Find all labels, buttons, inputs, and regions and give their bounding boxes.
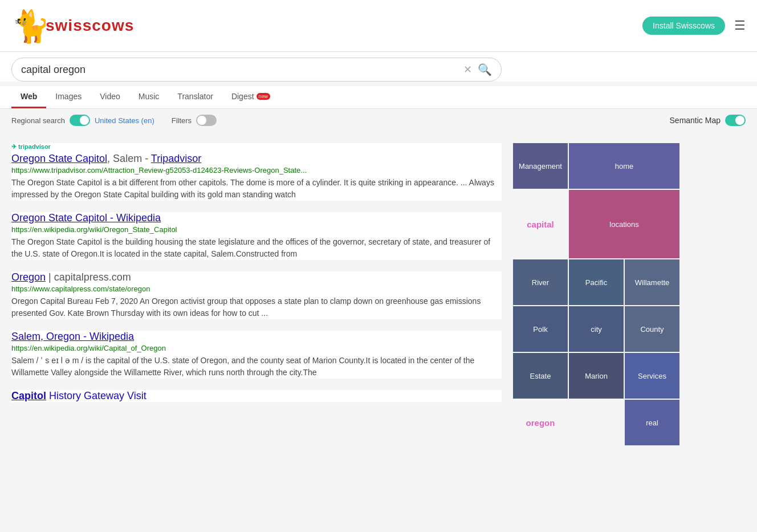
tab-translator-label: Translator (177, 92, 213, 101)
map-cell-city[interactable]: city (569, 306, 624, 352)
main-layout: ✈ tripadvisor Oregon State Capitol, Sale… (0, 132, 757, 457)
result-link[interactable]: Capitol (11, 390, 46, 401)
map-cell-label: city (591, 325, 602, 334)
map-cell-label: River (532, 278, 549, 287)
tab-web-label: Web (21, 92, 37, 101)
header: 🐈 swisscows Install Swisscows ☰ (0, 0, 757, 52)
result-url: https://www.capitalpress.com/state/orego… (11, 285, 502, 293)
filters-group: Filters (172, 115, 217, 126)
map-cell-empty (569, 400, 624, 445)
result-title: Oregon State Capitol, Salem - Tripadviso… (11, 153, 502, 165)
nav-tabs: Web Images Video Music Translator Digest… (0, 86, 757, 109)
result-source: ✈ tripadvisor (11, 143, 502, 151)
map-cell-river[interactable]: River (513, 259, 568, 305)
map-cell-county[interactable]: County (625, 306, 679, 352)
tab-digest[interactable]: Digest new (222, 86, 279, 108)
map-cell-real[interactable]: real (625, 400, 679, 445)
tab-video-label: Video (100, 92, 120, 101)
semantic-column: Management home capital locations River … (513, 143, 684, 445)
map-cell-label: capital (527, 220, 554, 229)
map-cell-estate[interactable]: Estate (513, 353, 568, 399)
result-title: Oregon State Capitol - Wikipedia (11, 212, 502, 224)
result-item: ✈ tripadvisor Oregon State Capitol, Sale… (11, 143, 502, 201)
clear-icon[interactable]: ✕ (463, 63, 472, 76)
regional-search-group: Regional search United States (en) (11, 115, 154, 126)
regional-search-label: Regional search (11, 116, 65, 125)
tripadvisor-logo: ✈ tripadvisor (11, 143, 51, 151)
result-link[interactable]: Oregon State Capitol (11, 153, 107, 164)
result-snippet: The Oregon State Capitol is the building… (11, 236, 502, 260)
result-title: Capitol History Gateway Visit (11, 390, 502, 402)
map-cell-marion[interactable]: Marion (569, 353, 624, 399)
map-cell-label: County (640, 325, 664, 334)
map-cell-label: Pacific (585, 278, 607, 287)
map-cell-management[interactable]: Management (513, 143, 568, 189)
tab-music-label: Music (139, 92, 160, 101)
logo-text: swisscows (46, 17, 134, 35)
map-cell-services[interactable]: Services (625, 353, 679, 399)
tab-translator[interactable]: Translator (168, 86, 222, 108)
tab-video[interactable]: Video (91, 86, 129, 108)
tab-digest-label: Digest (231, 92, 254, 101)
regional-search-toggle[interactable] (70, 115, 90, 126)
search-submit-icon[interactable]: 🔍 (478, 63, 492, 76)
map-cell-oregon[interactable]: oregon (513, 400, 568, 445)
result-snippet: The Oregon State Capitol is a bit differ… (11, 177, 502, 201)
map-cell-label: Management (519, 162, 562, 170)
result-link[interactable]: Salem, Oregon - Wikipedia (11, 331, 134, 342)
map-cell-label: home (615, 162, 634, 170)
map-cell-label: real (646, 419, 658, 427)
search-input[interactable] (21, 64, 463, 76)
map-cell-pacific[interactable]: Pacific (569, 259, 624, 305)
filters-toggle[interactable] (196, 115, 217, 126)
result-url: https://www.tripadvisor.com/Attraction_R… (11, 166, 502, 174)
logo-icon: 🐈 (11, 6, 46, 46)
tab-images[interactable]: Images (46, 86, 91, 108)
result-item: Oregon | capitalpress.com https://www.ca… (11, 271, 502, 319)
tab-music[interactable]: Music (129, 86, 169, 108)
logo-area: 🐈 swisscows (11, 6, 134, 46)
map-cell-label: locations (609, 220, 638, 229)
map-cell-label: Polk (533, 325, 547, 334)
result-item: Salem, Oregon - Wikipedia https://en.wik… (11, 331, 502, 379)
result-title: Salem, Oregon - Wikipedia (11, 331, 502, 343)
region-value[interactable]: United States (en) (95, 116, 154, 125)
map-cell-label: Marion (585, 372, 608, 380)
map-cell-label: Estate (530, 372, 551, 380)
hamburger-icon[interactable]: ☰ (734, 18, 746, 33)
result-link[interactable]: Oregon (11, 271, 46, 283)
result-url: https://en.wikipedia.org/wiki/Capital_of… (11, 344, 502, 352)
search-box: ✕ 🔍 (11, 58, 502, 82)
svg-text:🐈: 🐈 (11, 8, 46, 45)
search-bar-area: ✕ 🔍 (0, 52, 757, 82)
result-item: Capitol History Gateway Visit (11, 390, 502, 402)
map-cell-label: Services (638, 372, 666, 380)
result-item: Oregon State Capitol - Wikipedia https:/… (11, 212, 502, 260)
semantic-map-group: Semantic Map (670, 115, 746, 126)
result-snippet: Oregon Capital Bureau Feb 7, 2020 An Ore… (11, 295, 502, 319)
map-cell-label: oregon (526, 418, 555, 428)
map-cell-capital[interactable]: capital (513, 190, 568, 258)
header-right: Install Swisscows ☰ (642, 17, 746, 35)
digest-new-badge: new (257, 93, 271, 100)
tab-images-label: Images (55, 92, 82, 101)
map-cell-willamette[interactable]: Willamette (625, 259, 679, 305)
tab-web[interactable]: Web (11, 86, 46, 108)
semantic-map-toggle[interactable] (725, 115, 746, 126)
result-title: Oregon | capitalpress.com (11, 271, 502, 283)
result-link[interactable]: Oregon State Capitol - Wikipedia (11, 212, 161, 224)
map-cell-polk[interactable]: Polk (513, 306, 568, 352)
install-button[interactable]: Install Swisscows (642, 17, 725, 35)
result-snippet: Salem / ˈ s eɪ l ə m / is the capital of… (11, 355, 502, 379)
result-link-site[interactable]: Tripadvisor (151, 153, 201, 164)
filters-label: Filters (172, 116, 192, 125)
semantic-map: Management home capital locations River … (513, 143, 684, 445)
results-column: ✈ tripadvisor Oregon State Capitol, Sale… (11, 143, 502, 445)
controls-bar: Regional search United States (en) Filte… (0, 109, 757, 132)
result-url: https://en.wikipedia.org/wiki/Oregon_Sta… (11, 225, 502, 234)
map-cell-label: Willamette (635, 278, 670, 287)
map-cell-home[interactable]: home (569, 143, 679, 189)
semantic-map-label: Semantic Map (670, 116, 721, 125)
map-cell-locations[interactable]: locations (569, 190, 679, 258)
